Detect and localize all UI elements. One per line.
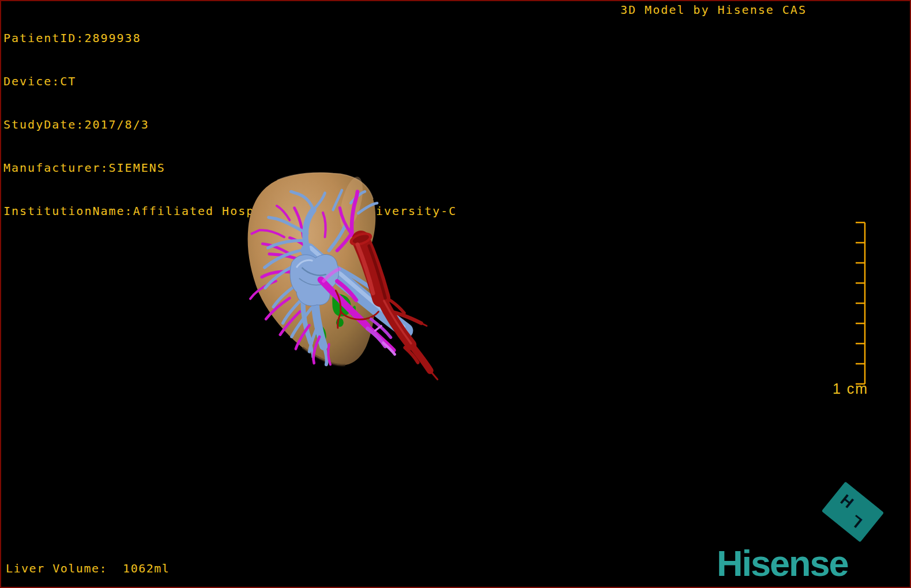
scale-ruler-label: 1 cm — [833, 380, 868, 397]
patient-id-text: PatientID:2899938 — [3, 31, 457, 46]
liver-volume-readout: Liver Volume: 1062ml — [6, 561, 170, 575]
hisense-wordmark: Hisense — [717, 542, 848, 584]
scale-ruler — [825, 213, 876, 386]
page-title: 3D Model by Hisense CAS — [620, 3, 807, 17]
liver-3d-viewport[interactable] — [242, 130, 588, 499]
logo-letter-h: H — [838, 492, 856, 511]
viewer-window: PatientID:2899938 Device:CT StudyDate:20… — [0, 0, 911, 588]
device-text: Device:CT — [3, 74, 457, 89]
liver-3d-model — [242, 130, 588, 499]
logo-letter-l: L — [848, 512, 865, 530]
hisense-logo-mark: H L — [822, 481, 884, 542]
